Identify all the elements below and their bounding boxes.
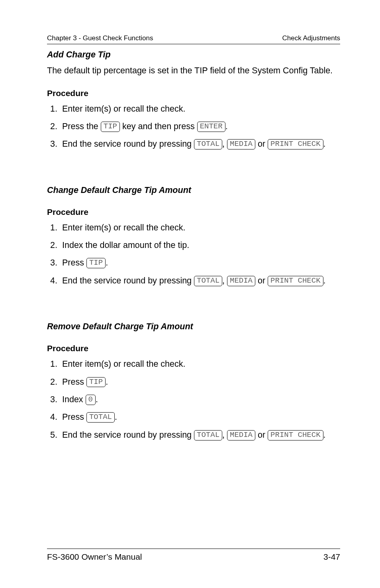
step-text: End the service round by pressing — [62, 139, 194, 149]
footer-line: FS-3600 Owner’s Manual 3-47 — [47, 549, 340, 562]
key-zero: 0 — [86, 395, 96, 405]
step-text: Enter item(s) or recall the check. — [62, 359, 185, 369]
section-title-change-tip: Change Default Charge Tip Amount — [47, 185, 340, 195]
section-paragraph: The default tip percentage is set in the… — [47, 65, 340, 77]
step-text: or — [255, 139, 268, 149]
procedure-step: End the service round by pressing TOTAL,… — [60, 428, 340, 442]
key-total: TOTAL — [194, 430, 222, 441]
procedure-heading: Procedure — [47, 344, 340, 353]
header-left: Chapter 3 - Guest Check Functions — [47, 34, 153, 42]
step-text: End the service round by pressing — [62, 430, 194, 440]
procedure-heading: Procedure — [47, 207, 340, 217]
footer-right: 3-47 — [323, 552, 340, 562]
key-tip: TIP — [86, 377, 106, 387]
step-text: Press the — [62, 122, 101, 131]
procedure-step: Enter item(s) or recall the check. — [60, 357, 340, 371]
key-media: MEDIA — [227, 139, 255, 149]
key-tip: TIP — [101, 122, 120, 132]
procedure-step: Index the dollar amount of the tip. — [60, 238, 340, 252]
step-text: Press — [62, 412, 86, 422]
step-text: , — [222, 276, 227, 285]
key-print-check: PRINT CHECK — [268, 430, 323, 441]
step-text: . — [106, 258, 108, 267]
page-footer: FS-3600 Owner’s Manual 3-47 — [47, 549, 340, 562]
spacer — [47, 291, 340, 316]
procedure-heading: Procedure — [47, 88, 340, 98]
key-media: MEDIA — [227, 430, 255, 441]
spacer — [47, 155, 340, 180]
key-media: MEDIA — [227, 276, 255, 286]
key-print-check: PRINT CHECK — [268, 276, 323, 286]
step-text: , — [222, 430, 227, 440]
step-text: Enter item(s) or recall the check. — [62, 223, 185, 232]
procedure-list: Enter item(s) or recall the check. Index… — [47, 221, 340, 288]
procedure-list: Enter item(s) or recall the check. Press… — [47, 357, 340, 442]
procedure-step: Index 0. — [60, 393, 340, 406]
key-tip: TIP — [86, 258, 106, 268]
step-text: Enter item(s) or recall the check. — [62, 104, 185, 114]
step-text: . — [225, 122, 228, 131]
page: Chapter 3 - Guest Check Functions Check … — [0, 0, 380, 588]
step-text: . — [323, 139, 326, 149]
section-title-remove-tip: Remove Default Charge Tip Amount — [47, 322, 340, 332]
step-text: . — [323, 276, 326, 285]
procedure-step: Press TOTAL. — [60, 410, 340, 424]
step-text: End the service round by pressing — [62, 276, 194, 285]
key-total: TOTAL — [194, 276, 222, 286]
step-text: or — [255, 430, 268, 440]
step-text: . — [96, 395, 98, 404]
step-text: Press — [62, 258, 86, 267]
procedure-step: Enter item(s) or recall the check. — [60, 102, 340, 116]
step-text: Index — [62, 395, 86, 404]
step-text: , — [222, 139, 227, 149]
procedure-step: Enter item(s) or recall the check. — [60, 221, 340, 234]
key-print-check: PRINT CHECK — [268, 139, 323, 149]
step-text: Press — [62, 377, 86, 387]
step-text: . — [106, 377, 108, 387]
step-text: . — [115, 412, 117, 422]
key-total: TOTAL — [86, 412, 115, 423]
footer-left: FS-3600 Owner’s Manual — [47, 552, 142, 562]
section-title-add-charge-tip: Add Charge Tip — [47, 50, 340, 60]
step-text: key and then press — [120, 122, 197, 131]
procedure-list: Enter item(s) or recall the check. Press… — [47, 102, 340, 151]
key-enter: ENTER — [197, 122, 225, 132]
procedure-step: Press TIP. — [60, 256, 340, 269]
step-text: Index the dollar amount of the tip. — [62, 240, 189, 250]
page-header: Chapter 3 - Guest Check Functions Check … — [47, 34, 340, 44]
header-right: Check Adjustments — [282, 34, 340, 42]
procedure-step: End the service round by pressing TOTAL,… — [60, 274, 340, 287]
procedure-step: End the service round by pressing TOTAL,… — [60, 137, 340, 151]
step-text: . — [323, 430, 326, 440]
step-text: or — [255, 276, 268, 285]
procedure-step: Press the TIP key and then press ENTER. — [60, 120, 340, 133]
key-total: TOTAL — [194, 139, 222, 149]
procedure-step: Press TIP. — [60, 375, 340, 389]
